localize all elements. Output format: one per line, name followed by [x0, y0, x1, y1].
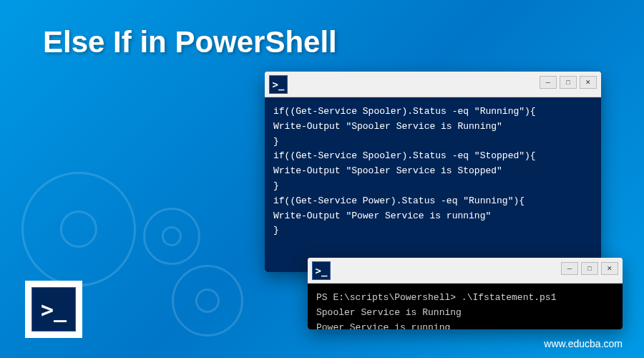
close-button[interactable]: ✕: [580, 76, 597, 89]
code-line: Write-Output "Spooler Service is Running…: [273, 120, 592, 135]
code-line: if((Get-Service Spooler).Status -eq "Sto…: [273, 149, 592, 164]
minimize-button[interactable]: ─: [540, 76, 557, 89]
code-line: Write-Output "Power Service is running": [273, 209, 592, 224]
bg-gear-decor: [143, 208, 200, 265]
powershell-window-output: >_ ─ □ ✕ PS E:\scripts\Powershell> .\Ifs…: [308, 258, 623, 329]
title-bar: >_ ─ □ ✕: [308, 258, 623, 284]
footer-url: www.educba.com: [544, 338, 623, 349]
bg-gear-decor: [172, 265, 243, 337]
powershell-icon: >_: [269, 75, 288, 94]
code-line: if((Get-Service Power).Status -eq "Runni…: [273, 194, 592, 209]
close-button[interactable]: ✕: [601, 262, 618, 275]
powershell-logo-icon: >_: [31, 287, 76, 332]
maximize-button[interactable]: □: [581, 262, 598, 275]
minimize-button[interactable]: ─: [561, 262, 578, 275]
bg-gear-decor: [21, 172, 136, 286]
console-output: PS E:\scripts\Powershell> .\Ifstatement.…: [308, 284, 623, 329]
title-bar: >_ ─ □ ✕: [265, 72, 601, 97]
console-output: if((Get-Service Spooler).Status -eq "Run…: [265, 97, 601, 272]
maximize-button[interactable]: □: [560, 76, 577, 89]
output-line: PS E:\scripts\Powershell> .\Ifstatement.…: [316, 291, 614, 306]
code-line: }: [273, 135, 592, 150]
page-title: Else If in PowerShell: [43, 25, 337, 59]
window-controls: ─ □ ✕: [561, 262, 618, 275]
output-line: Spooler Service is Running: [316, 306, 614, 321]
code-line: Write-Output "Spooler Service is Stopped…: [273, 164, 592, 179]
powershell-icon: >_: [312, 261, 331, 280]
powershell-window-code: >_ ─ □ ✕ if((Get-Service Spooler).Status…: [265, 72, 601, 272]
code-line: if((Get-Service Spooler).Status -eq "Run…: [273, 105, 592, 120]
output-line: Power Service is running: [316, 321, 614, 329]
code-line: }: [273, 179, 592, 194]
brand-logo-box: >_: [25, 281, 82, 338]
window-controls: ─ □ ✕: [540, 76, 597, 89]
code-line: }: [273, 223, 592, 238]
